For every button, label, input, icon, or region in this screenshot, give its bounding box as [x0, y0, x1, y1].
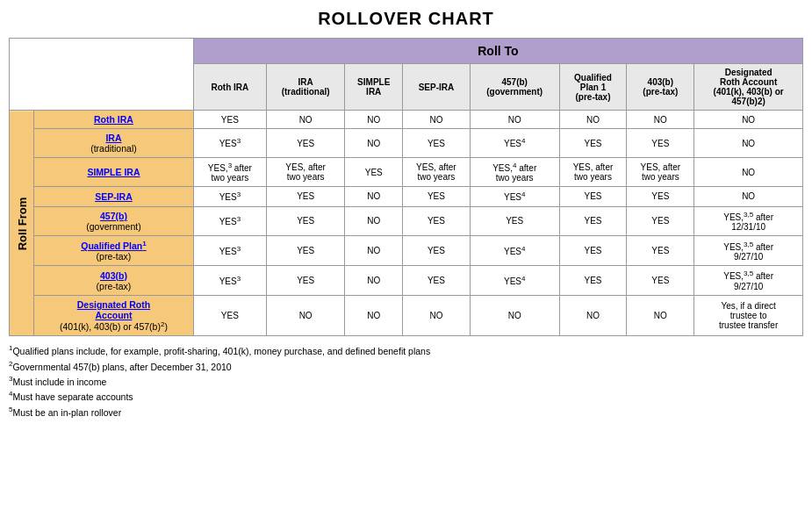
cell-r2-c7: NO	[694, 158, 803, 187]
cell-r3-c0: YES3	[193, 187, 266, 206]
footnote: 5Must be an in-plan rollover	[9, 405, 803, 420]
col-header-roth_ira: Roth IRA	[193, 64, 266, 111]
row-label-7: Designated RothAccount(401(k), 403(b) or…	[34, 295, 194, 336]
cell-r7-c2: NO	[345, 295, 403, 336]
page-title: ROLLOVER CHART	[9, 9, 803, 29]
cell-r7-c1: NO	[266, 295, 345, 336]
cell-r3-c7: NO	[694, 187, 803, 206]
row-label-2: SIMPLE IRA	[34, 158, 194, 187]
cell-r4-c6: YES	[627, 206, 694, 235]
cell-r0-c2: NO	[345, 111, 403, 129]
row-label-1: IRA(traditional)	[34, 129, 194, 158]
cell-r1-c2: NO	[345, 129, 403, 158]
table-row: Qualified Plan1(pre-tax)YES3YESNOYESYES4…	[10, 235, 803, 266]
cell-r6-c3: YES	[402, 266, 470, 295]
roll-to-header: Roll To	[193, 39, 802, 64]
cell-r3-c2: NO	[345, 187, 403, 206]
cell-r2-c3: YES, aftertwo years	[402, 158, 470, 187]
cell-r2-c0: YES,3 aftertwo years	[193, 158, 266, 187]
rollover-chart: Roll To Roth IRAIRA(traditional)SIMPLEIR…	[9, 38, 803, 336]
col-header-403b: 403(b)(pre-tax)	[627, 64, 694, 111]
cell-r7-c3: NO	[402, 295, 470, 336]
row-label-6: 403(b)(pre-tax)	[34, 266, 194, 295]
cell-r5-c2: NO	[345, 235, 403, 266]
cell-r5-c7: YES,3,5 after9/27/10	[694, 235, 803, 266]
cell-r4-c5: YES	[559, 206, 627, 235]
cell-r5-c0: YES3	[193, 235, 266, 266]
cell-r3-c3: YES	[402, 187, 470, 206]
footnotes: 1Qualified plans include, for example, p…	[9, 343, 803, 419]
table-row: 403(b)(pre-tax)YES3YESNOYESYES4YESYESYES…	[10, 266, 803, 295]
cell-r1-c5: YES	[559, 129, 627, 158]
col-header-simple_ira: SIMPLEIRA	[345, 64, 403, 111]
cell-r4-c7: YES,3,5 after12/31/10	[694, 206, 803, 235]
cell-r1-c1: YES	[266, 129, 345, 158]
col-header-ira_trad: IRA(traditional)	[266, 64, 345, 111]
footnote: 2Governmental 457(b) plans, after Decemb…	[9, 359, 803, 374]
row-label-4: 457(b)(government)	[34, 206, 194, 235]
cell-r3-c1: YES	[266, 187, 345, 206]
footnote: 1Qualified plans include, for example, p…	[9, 343, 803, 358]
col-header-457b: 457(b)(government)	[470, 64, 559, 111]
cell-r2-c4: YES,4 aftertwo years	[470, 158, 559, 187]
cell-r7-c0: YES	[193, 295, 266, 336]
cell-r0-c4: NO	[470, 111, 559, 129]
cell-r1-c7: NO	[694, 129, 803, 158]
cell-r4-c4: YES	[470, 206, 559, 235]
cell-r0-c1: NO	[266, 111, 345, 129]
cell-r4-c1: YES	[266, 206, 345, 235]
cell-r6-c2: NO	[345, 266, 403, 295]
cell-r6-c7: YES,3,5 after9/27/10	[694, 266, 803, 295]
cell-r4-c0: YES3	[193, 206, 266, 235]
cell-r2-c5: YES, aftertwo years	[559, 158, 627, 187]
table-row: IRA(traditional)YES3YESNOYESYES4YESYESNO	[10, 129, 803, 158]
cell-r5-c4: YES4	[470, 235, 559, 266]
cell-r4-c2: NO	[345, 206, 403, 235]
cell-r1-c4: YES4	[470, 129, 559, 158]
cell-r0-c7: NO	[694, 111, 803, 129]
table-row: 457(b)(government)YES3YESNOYESYESYESYESY…	[10, 206, 803, 235]
cell-r0-c3: NO	[402, 111, 470, 129]
cell-r6-c4: YES4	[470, 266, 559, 295]
cell-r3-c4: YES4	[470, 187, 559, 206]
cell-r5-c3: YES	[402, 235, 470, 266]
cell-r3-c5: YES	[559, 187, 627, 206]
table-row: Roll FromRoth IRAYESNONONONONONONO	[10, 111, 803, 129]
footnote: 4Must have separate accounts	[9, 389, 803, 404]
col-header-qual_plan: QualifiedPlan 1(pre-tax)	[559, 64, 627, 111]
cell-r1-c0: YES3	[193, 129, 266, 158]
cell-r7-c6: NO	[627, 295, 694, 336]
cell-r3-c6: YES	[627, 187, 694, 206]
cell-r7-c4: NO	[470, 295, 559, 336]
row-label-3: SEP-IRA	[34, 187, 194, 206]
table-row: SEP-IRAYES3YESNOYESYES4YESYESNO	[10, 187, 803, 206]
cell-r2-c1: YES, aftertwo years	[266, 158, 345, 187]
cell-r1-c6: YES	[627, 129, 694, 158]
row-label-0: Roth IRA	[34, 111, 194, 129]
cell-r2-c6: YES, aftertwo years	[627, 158, 694, 187]
corner-cell	[10, 39, 194, 111]
cell-r5-c5: YES	[559, 235, 627, 266]
table-row: Designated RothAccount(401(k), 403(b) or…	[10, 295, 803, 336]
cell-r6-c5: YES	[559, 266, 627, 295]
cell-r5-c6: YES	[627, 235, 694, 266]
col-header-desig_roth: DesignatedRoth Account(401(k), 403(b) or…	[694, 64, 803, 111]
cell-r6-c6: YES	[627, 266, 694, 295]
row-label-5: Qualified Plan1(pre-tax)	[34, 235, 194, 266]
cell-r6-c0: YES3	[193, 266, 266, 295]
cell-r0-c0: YES	[193, 111, 266, 129]
cell-r2-c2: YES	[345, 158, 403, 187]
cell-r0-c5: NO	[559, 111, 627, 129]
cell-r7-c7: Yes, if a directtrustee totrustee transf…	[694, 295, 803, 336]
table-row: SIMPLE IRAYES,3 aftertwo yearsYES, after…	[10, 158, 803, 187]
cell-r0-c6: NO	[627, 111, 694, 129]
cell-r4-c3: YES	[402, 206, 470, 235]
cell-r7-c5: NO	[559, 295, 627, 336]
footnote: 3Must include in income	[9, 374, 803, 389]
cell-r6-c1: YES	[266, 266, 345, 295]
col-header-sep_ira: SEP-IRA	[402, 64, 470, 111]
roll-from-label: Roll From	[10, 111, 34, 336]
cell-r1-c3: YES	[402, 129, 470, 158]
cell-r5-c1: YES	[266, 235, 345, 266]
